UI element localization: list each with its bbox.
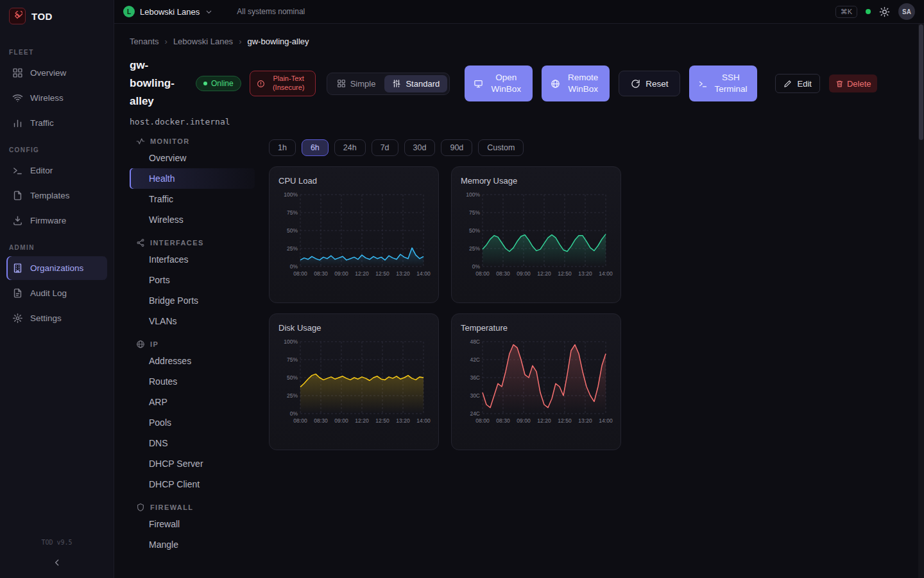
online-dot-icon <box>203 82 207 85</box>
theme-toggle-sun-icon[interactable] <box>879 6 890 17</box>
delete-button[interactable]: Delete <box>829 74 878 92</box>
svg-text:100%: 100% <box>284 191 298 198</box>
user-avatar[interactable]: SA <box>898 3 915 20</box>
reset-label: Reset <box>646 79 668 89</box>
svg-text:08:00: 08:00 <box>475 417 490 424</box>
sidebar-item-traffic[interactable]: Traffic <box>6 111 107 135</box>
remote-winbox-button[interactable]: Remote WinBox <box>542 66 610 101</box>
range-24h-button[interactable]: 24h <box>334 139 366 156</box>
page-title: gw-bowling-alley <box>130 57 187 110</box>
range-7d-button[interactable]: 7d <box>372 139 398 156</box>
sidebar-item-label: Editor <box>30 166 53 175</box>
subnav-item-arp[interactable]: ARP <box>130 392 255 412</box>
subnav-item-overview[interactable]: Overview <box>130 148 255 168</box>
sidebar-item-settings[interactable]: Settings <box>6 306 107 330</box>
mode-simple-label: Simple <box>350 79 376 89</box>
sidebar-item-audit-log[interactable]: Audit Log <box>6 281 107 305</box>
subnav-section-firewall: FIREWALL <box>130 503 255 512</box>
chart-icon <box>12 118 23 128</box>
breadcrumb-tenants[interactable]: Tenants <box>130 37 159 46</box>
svg-text:12:50: 12:50 <box>558 270 572 277</box>
sidebar-item-templates[interactable]: Templates <box>6 184 107 207</box>
terminal-icon <box>12 165 23 176</box>
chart-plot: 100%75%50%25%0%08:0008:3009:0012:2012:50… <box>461 189 613 291</box>
svg-text:30C: 30C <box>470 392 480 399</box>
svg-text:09:00: 09:00 <box>517 417 531 424</box>
sliders-icon <box>392 79 401 88</box>
svg-text:0%: 0% <box>290 410 298 417</box>
subnav-item-firewall[interactable]: Firewall <box>130 514 255 534</box>
status-badge-insecure: Plain-Text (Insecure) <box>250 71 316 96</box>
subnav-item-health[interactable]: Health <box>130 168 255 189</box>
remote-winbox-label: Remote WinBox <box>565 72 601 95</box>
app-name: TOD <box>31 11 53 22</box>
chart-card-memory-usage: Memory Usage 100%75%50%25%0%08:0008:3009… <box>451 166 621 303</box>
subnav-item-mangle[interactable]: Mangle <box>130 534 255 555</box>
subnav-item-routes[interactable]: Routes <box>130 371 255 392</box>
svg-text:75%: 75% <box>287 356 298 363</box>
svg-text:48C: 48C <box>470 338 480 345</box>
online-label: Online <box>211 79 234 88</box>
svg-text:25%: 25% <box>469 245 480 252</box>
sidebar-item-wireless[interactable]: Wireless <box>6 86 107 110</box>
sidebar-item-label: Settings <box>30 313 62 323</box>
sidebar-item-firmware[interactable]: Firmware <box>6 209 107 232</box>
chart-card-temperature: Temperature 48C42C36C30C24C08:0008:3009:… <box>451 313 621 450</box>
mode-simple-button[interactable]: Simple <box>329 75 384 92</box>
file-icon <box>12 190 23 201</box>
chart-plot: 48C42C36C30C24C08:0008:3009:0012:2012:50… <box>461 337 613 438</box>
command-palette-shortcut[interactable]: ⌘K <box>835 6 857 18</box>
app-logo-row: TOD <box>0 0 114 32</box>
edit-button[interactable]: Edit <box>775 74 819 93</box>
svg-text:12:20: 12:20 <box>355 270 369 277</box>
svg-text:09:00: 09:00 <box>517 270 531 277</box>
svg-text:08:30: 08:30 <box>496 270 510 277</box>
subnav-item-addresses[interactable]: Addresses <box>130 351 255 371</box>
sidebar-item-label: Traffic <box>30 118 54 128</box>
device-header: gw-bowling-alley Online Plain-Text (Inse… <box>130 57 909 110</box>
chart-title: Temperature <box>461 323 612 333</box>
svg-text:12:20: 12:20 <box>355 417 369 424</box>
subnav-item-dhcp-client[interactable]: DHCP Client <box>130 474 255 495</box>
scrollbar-thumb[interactable] <box>919 24 923 140</box>
range-1h-button[interactable]: 1h <box>269 139 296 156</box>
subnav-item-pools[interactable]: Pools <box>130 412 255 433</box>
open-winbox-button[interactable]: Open WinBox <box>465 66 533 101</box>
svg-text:09:00: 09:00 <box>334 417 348 424</box>
app-version: TOD v9.5 <box>0 534 114 551</box>
subnav-item-dns[interactable]: DNS <box>130 433 255 453</box>
subnav-item-traffic[interactable]: Traffic <box>130 189 255 209</box>
svg-text:75%: 75% <box>469 209 480 216</box>
range-90d-button[interactable]: 90d <box>441 139 472 156</box>
sidebar-section-config: CONFIG <box>9 146 105 153</box>
tenant-selector[interactable]: L Lebowski Lanes <box>123 6 213 17</box>
mode-standard-button[interactable]: Standard <box>384 75 447 92</box>
ssh-terminal-button[interactable]: SSH Terminal <box>689 66 757 101</box>
subnav-item-bridge-ports[interactable]: Bridge Ports <box>130 290 255 311</box>
range-6h-button[interactable]: 6h <box>302 139 329 156</box>
subnav-item-vlans[interactable]: VLANs <box>130 311 255 331</box>
reset-button[interactable]: Reset <box>619 71 680 96</box>
subnav-item-dhcp-server[interactable]: DHCP Server <box>130 453 255 474</box>
sidebar-section-fleet: FLEET <box>9 49 105 56</box>
breadcrumb-lebowski-lanes[interactable]: Lebowski Lanes <box>173 37 233 46</box>
svg-text:25%: 25% <box>287 392 298 399</box>
edit-label: Edit <box>797 79 811 89</box>
chart-card-cpu-load: CPU Load 100%75%50%25%0%08:0008:3009:001… <box>269 166 439 303</box>
chart-plot: 100%75%50%25%0%08:0008:3009:0012:2012:50… <box>278 189 431 291</box>
subnav-item-interfaces[interactable]: Interfaces <box>130 249 255 270</box>
range-custom-button[interactable]: Custom <box>478 139 524 156</box>
device-actions: Open WinBox Remote WinBox Reset SSH Term… <box>465 66 877 101</box>
svg-text:24C: 24C <box>470 410 480 417</box>
sidebar-item-label: Organizations <box>30 263 83 273</box>
subnav-item-ports[interactable]: Ports <box>130 270 255 290</box>
scrollbar-track[interactable] <box>918 24 924 578</box>
sidebar-item-editor[interactable]: Editor <box>6 159 107 182</box>
sidebar-item-overview[interactable]: Overview <box>6 61 107 85</box>
range-30d-button[interactable]: 30d <box>404 139 436 156</box>
subnav-item-wireless[interactable]: Wireless <box>130 209 255 230</box>
tenant-name: Lebowski Lanes <box>140 7 200 17</box>
sidebar-item-organizations[interactable]: Organizations <box>6 256 107 280</box>
sidebar-collapse-button[interactable] <box>0 551 114 574</box>
sidebar: TOD FLEETOverviewWirelessTrafficCONFIGEd… <box>0 0 114 578</box>
